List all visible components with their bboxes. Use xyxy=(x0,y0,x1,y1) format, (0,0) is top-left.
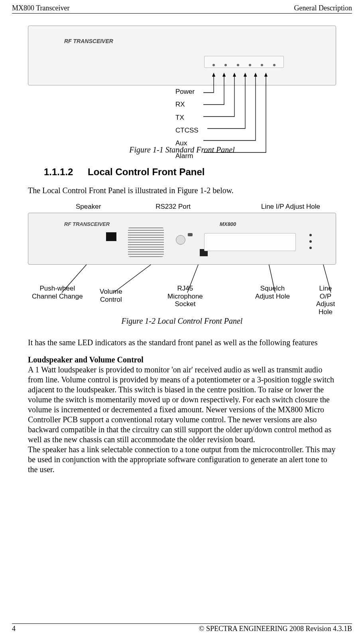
svg-marker-1 xyxy=(222,73,226,77)
svg-marker-0 xyxy=(212,73,215,77)
adjust-holes-icon xyxy=(309,234,312,249)
paragraph-features: It has the same LED indicators as the st… xyxy=(28,338,336,348)
svg-marker-2 xyxy=(233,73,236,77)
label-speaker: Speaker xyxy=(76,203,101,211)
system-panel-icon xyxy=(204,233,296,251)
callout-power: Power xyxy=(175,85,199,98)
callout-list: Power RX TX CTCSS Aux Alarm xyxy=(175,85,199,163)
section-heading: 1.1.1.2 Local Control Front Panel xyxy=(44,166,336,178)
label-lineop: Line O/P Adjust Hole xyxy=(315,285,336,316)
figure-2-caption: Figure 1-2 Local Control Front Panel xyxy=(28,317,336,326)
callout-alarm: Alarm xyxy=(175,150,199,162)
paragraph-loudspeaker: A 1 Watt loudspeaker is provided to moni… xyxy=(28,365,334,444)
page-footer: 4 © SPECTRA ENGINEERING 2008 Revision 4.… xyxy=(12,623,352,633)
figure-2: Speaker RS232 Port Line I/P Adjust Hole xyxy=(28,203,336,326)
heading-loudspeaker: Loudspeaker and Volume Control A 1 Watt … xyxy=(28,355,336,475)
pushwheel-icon xyxy=(106,232,116,241)
label-pushwheel: Push-wheel Channel Change xyxy=(32,285,83,300)
svg-marker-4 xyxy=(254,73,257,77)
svg-marker-3 xyxy=(244,73,247,77)
label-squelch: Squelch Adjust Hole xyxy=(255,285,290,300)
rs232-port-icon xyxy=(188,233,193,236)
callout-aux: Aux xyxy=(175,137,199,150)
label-lineip-adjust: Line I/P Adjust Hole xyxy=(261,203,320,211)
callout-ctcss: CTCSS xyxy=(175,124,199,137)
model-label: MX800 xyxy=(220,221,236,227)
callout-tx: TX xyxy=(175,111,199,124)
header-left: MX800 Transceiver xyxy=(12,4,70,12)
svg-marker-5 xyxy=(264,73,268,77)
section-number: 1.1.1.2 xyxy=(44,166,73,177)
speaker-grille-icon xyxy=(128,227,164,257)
callout-rx: RX xyxy=(175,98,199,111)
section-title: Local Control Front Panel xyxy=(88,166,205,177)
intro-paragraph: The Local Control Front Panel is illustr… xyxy=(28,186,336,196)
label-rs232: RS232 Port xyxy=(155,203,191,211)
label-rj45: RJ45 Microphone Socket xyxy=(167,285,203,308)
label-volume: Volume Control xyxy=(100,288,122,303)
header-right: General Description xyxy=(294,4,352,12)
brand-label: RF TRANSCEIVER xyxy=(64,38,113,44)
page-header: MX800 Transceiver General Description xyxy=(12,4,352,14)
local-control-front-panel-image: RF TRANSCEIVER MX800 xyxy=(28,213,336,265)
figure-1: RF TRANSCEIVER xyxy=(28,26,336,154)
volume-knob-icon xyxy=(176,235,185,245)
page-number: 4 xyxy=(12,625,16,633)
paragraph-speaker-link: The speaker has a link selectable connec… xyxy=(28,445,336,474)
brand-label: RF TRANSCEIVER xyxy=(64,221,110,227)
copyright: © SPECTRA ENGINEERING 2008 Revision 4.3.… xyxy=(199,625,352,633)
